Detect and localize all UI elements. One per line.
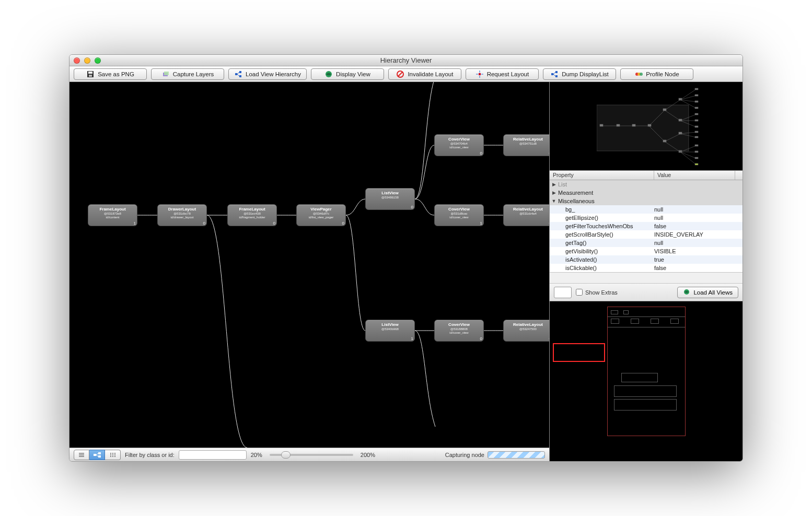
invalidate-layout-button[interactable]: Invalidate Layout bbox=[388, 68, 461, 80]
tree-node[interactable]: RelativeLayout@531cb4a40 bbox=[503, 204, 549, 226]
property-row[interactable]: getFilterTouchesWhenObsfalse bbox=[550, 222, 743, 230]
hierarchy-canvas[interactable]: FrameLayout@531873e8id/content1DrawerLay… bbox=[69, 82, 549, 448]
globe-icon bbox=[324, 70, 333, 78]
node-address: @5340b968 bbox=[367, 327, 413, 331]
node-id: id/cover_view bbox=[436, 331, 482, 334]
app-window: Hierarchy Viewer Save as PNG Capture Lay… bbox=[69, 54, 743, 462]
tree-node[interactable]: DrawerLayout@531dbc78id/drawer_layout0 bbox=[157, 204, 207, 226]
property-value: null bbox=[654, 206, 743, 213]
profile-node-button[interactable]: Profile Node bbox=[620, 68, 693, 80]
property-value: false bbox=[654, 223, 743, 229]
mode-tree-button[interactable] bbox=[89, 450, 105, 460]
svg-rect-72 bbox=[695, 107, 698, 109]
svg-rect-16 bbox=[551, 73, 553, 75]
node-child-count: 1 bbox=[411, 336, 413, 341]
tree-node[interactable]: FrameLayout@531873e8id/content1 bbox=[88, 204, 137, 226]
save-png-button[interactable]: Save as PNG bbox=[74, 68, 147, 80]
profile-icon bbox=[634, 70, 643, 78]
toolbar: Save as PNG Capture Layers Load View Hie… bbox=[69, 66, 743, 82]
svg-rect-71 bbox=[695, 101, 698, 102]
property-name: bg_ bbox=[558, 206, 654, 213]
value-header[interactable]: Value bbox=[654, 171, 735, 180]
svg-point-35 bbox=[112, 456, 113, 457]
tree-node[interactable]: ListView@534861580 bbox=[365, 188, 415, 210]
tree-node[interactable]: CoverView@53188808id/cover_view0 bbox=[434, 320, 484, 342]
node-id: id/content bbox=[89, 216, 136, 219]
node-id: id/cover_view bbox=[436, 216, 482, 219]
svg-rect-11 bbox=[479, 73, 481, 75]
property-row[interactable]: getTag()null bbox=[550, 239, 743, 247]
property-group[interactable]: ▼Miscellaneous bbox=[550, 197, 743, 205]
property-name: getEllipsize() bbox=[558, 215, 654, 221]
node-classname: RelativeLayout bbox=[505, 137, 549, 142]
property-value: VISIBLE bbox=[654, 248, 743, 254]
dump-displaylist-button[interactable]: Dump DisplayList bbox=[543, 68, 616, 80]
svg-rect-80 bbox=[695, 157, 698, 159]
property-row[interactable]: isActivated()true bbox=[550, 255, 743, 264]
mode-grid-button[interactable] bbox=[105, 450, 121, 460]
property-row[interactable]: getScrollBarStyle()INSIDE_OVERLAY bbox=[550, 230, 743, 239]
request-layout-button[interactable]: Request Layout bbox=[466, 68, 539, 80]
disclosure-icon: ▼ bbox=[550, 198, 558, 204]
color-swatch[interactable] bbox=[554, 287, 572, 298]
property-value: null bbox=[654, 240, 743, 246]
svg-point-36 bbox=[114, 456, 115, 457]
svg-line-56 bbox=[680, 89, 696, 100]
button-label: Capture Layers bbox=[173, 71, 214, 77]
node-classname: FrameLayout bbox=[229, 207, 275, 212]
show-extras-checkbox[interactable]: Show Extras bbox=[576, 289, 618, 296]
property-group[interactable]: ▶Measurement bbox=[550, 189, 743, 197]
svg-line-10 bbox=[398, 72, 402, 76]
property-row[interactable]: bg_null bbox=[550, 205, 743, 214]
tree-node[interactable]: ViewPager@5346df7cid/list_view_pager0 bbox=[296, 204, 346, 226]
layout-preview[interactable] bbox=[550, 301, 743, 461]
svg-rect-69 bbox=[695, 88, 698, 90]
group-name: Measurement bbox=[558, 190, 654, 196]
property-row[interactable]: getVisibility()VISIBLE bbox=[550, 247, 743, 255]
property-row[interactable]: getEllipsize()null bbox=[550, 214, 743, 222]
node-address: @53247500 bbox=[505, 327, 549, 331]
property-value: false bbox=[654, 265, 743, 271]
node-address: @531873e8 bbox=[89, 212, 136, 215]
tree-node[interactable]: CoverView@531d8cacid/cover_view1 bbox=[434, 204, 484, 226]
mode-list-button[interactable] bbox=[74, 450, 89, 460]
load-all-views-button[interactable]: Load All Views bbox=[677, 287, 738, 298]
svg-rect-82 bbox=[597, 105, 689, 151]
node-classname: FrameLayout bbox=[89, 207, 136, 212]
tree-node[interactable]: RelativeLayout@532475000 bbox=[503, 320, 549, 342]
titlebar[interactable]: Hierarchy Viewer bbox=[69, 55, 743, 66]
property-header[interactable]: Property bbox=[550, 171, 654, 180]
node-address: @5346df7c bbox=[298, 212, 344, 215]
svg-rect-78 bbox=[695, 145, 698, 146]
property-table-header: Property Value bbox=[550, 171, 743, 180]
tree-node[interactable]: CoverView@534704b4id/cover_view0 bbox=[434, 134, 484, 156]
slider-thumb[interactable] bbox=[281, 451, 291, 459]
tree-node[interactable]: ListView@5340b9681 bbox=[365, 320, 415, 342]
node-id: id/cover_view bbox=[436, 146, 482, 149]
svg-line-67 bbox=[680, 152, 696, 158]
filter-input[interactable] bbox=[179, 450, 247, 460]
display-view-button[interactable]: Display View bbox=[311, 68, 384, 80]
tree-node[interactable]: RelativeLayout@534751d80 bbox=[503, 134, 549, 156]
svg-point-30 bbox=[114, 453, 115, 454]
tree-node[interactable]: FrameLayout@531ec438id/fragment_holder0 bbox=[227, 204, 277, 226]
button-label: Load All Views bbox=[693, 289, 733, 296]
svg-rect-79 bbox=[695, 151, 698, 153]
capture-layers-button[interactable]: Capture Layers bbox=[151, 68, 224, 80]
nosign-icon bbox=[396, 70, 404, 78]
overview-map[interactable] bbox=[550, 82, 743, 171]
node-classname: DrawerLayout bbox=[159, 207, 205, 212]
property-name: isActivated() bbox=[558, 256, 654, 263]
button-label: Display View bbox=[336, 71, 370, 77]
show-extras-input[interactable] bbox=[576, 289, 583, 296]
zoom-slider[interactable] bbox=[270, 454, 353, 456]
property-row[interactable]: isClickable()false bbox=[550, 264, 743, 272]
button-label: Request Layout bbox=[487, 71, 529, 77]
svg-rect-5 bbox=[235, 73, 237, 75]
selection-highlight bbox=[553, 343, 605, 362]
property-group[interactable]: ▶List bbox=[550, 180, 743, 189]
property-list[interactable]: ▶List▶Measurement▼Miscellaneousbg_nullge… bbox=[550, 180, 743, 272]
load-hierarchy-button[interactable]: Load View Hierarchy bbox=[228, 68, 307, 80]
device-outline bbox=[607, 307, 686, 436]
node-address: @531ec438 bbox=[229, 212, 275, 215]
